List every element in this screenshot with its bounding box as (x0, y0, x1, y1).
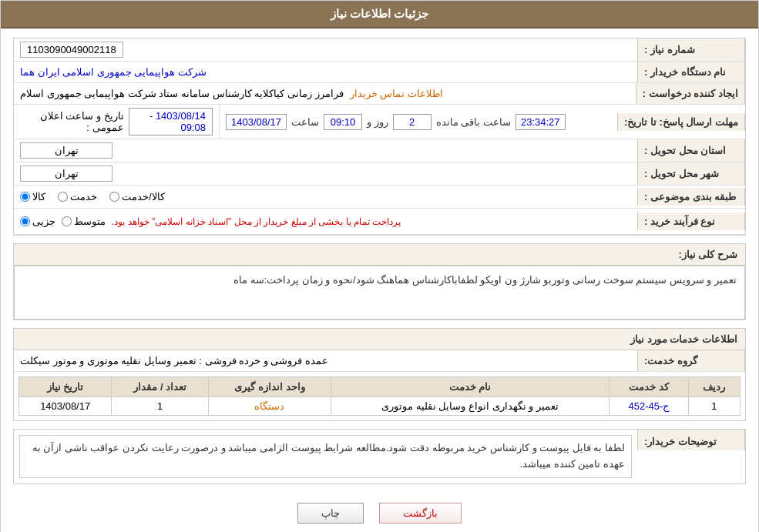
creator-value-cell: اطلاعات تماس خریدار فرامرز زمانی کیاکلای… (14, 83, 636, 104)
cell-quantity: 1 (112, 397, 209, 416)
service-group-value-cell: عمده فروشی و خرده فروشی : تعمیر وسایل نق… (14, 350, 637, 371)
back-button[interactable]: بازگشت (379, 503, 462, 524)
city-value-cell: تهران (14, 162, 637, 185)
col-service-name: نام خدمت (331, 377, 609, 397)
creator-row: ایجاد کننده درخواست : اطلاعات تماس خریدا… (14, 83, 745, 105)
need-number-value-cell: 1103090049002118 (14, 38, 637, 61)
cell-unit: دستگاه (209, 397, 331, 416)
creator-value: فرامرز زمانی کیاکلایه کارشناس سامانه ستا… (20, 88, 344, 99)
buyer-org-row: نام دستگاه خریدار : شرکت هواپیمایی جمهور… (14, 62, 745, 83)
services-section-title: اطلاعات خدمات مورد نیاز (14, 329, 745, 350)
category-option3-label: کالا/خدمت (122, 191, 165, 202)
buyer-org-label: نام دستگاه خریدار : (637, 62, 745, 82)
province-label: استان محل تحویل : (637, 139, 745, 162)
service-group-label: گروه خدمت: (637, 350, 745, 371)
deadline-label: مهلت ارسال پاسخ: تا تاریخ: (617, 113, 745, 131)
page-title: جزئیات اطلاعات نیاز (1, 1, 758, 28)
cell-date: 1403/08/17 (19, 397, 112, 416)
col-service-code: کد خدمت (610, 377, 688, 397)
city-row: شهر محل تحویل : تهران (14, 162, 745, 186)
table-row: 1 ج-45-452 تعمیر و نگهداری انواع وسایل ن… (19, 397, 741, 416)
purchase-type-option2-item: متوسط (62, 216, 106, 227)
category-option1-label: کالا (32, 191, 45, 202)
buyer-org-value: شرکت هواپیمایی جمهوری اسلامی ایران هما (20, 66, 207, 78)
deadline-row: مهلت ارسال پاسخ: تا تاریخ: 23:34:27 ساعت… (14, 105, 745, 139)
category-option3-item: کالا/خدمت (109, 191, 165, 202)
need-number-value: 1103090049002118 (20, 42, 123, 58)
need-number-row: شماره نیاز : 1103090049002118 (14, 38, 745, 62)
cell-row-num: 1 (688, 397, 740, 416)
city-value: تهران (20, 166, 113, 182)
cell-service-name: تعمیر و نگهداری انواع وسایل نقلیه موتوری (331, 397, 609, 416)
category-option2-item: خدمت (58, 191, 97, 202)
services-section: اطلاعات خدمات مورد نیاز گروه خدمت: عمده … (13, 328, 746, 421)
need-description-section: شرح کلی نیاز: تعمیر و سرویس سیستم سوخت ر… (13, 243, 746, 320)
deadline-days-label: روز و (367, 116, 388, 128)
cell-service-code: ج-45-452 (610, 397, 688, 416)
main-info-section: شماره نیاز : 1103090049002118 نام دستگاه… (13, 38, 746, 236)
category-radio-area: کالا/خدمت خدمت کالا (14, 188, 637, 206)
purchase-type-option1-item: جزیی (20, 216, 55, 227)
buttons-area: بازگشت چاپ (13, 492, 746, 532)
service-group-row: گروه خدمت: عمده فروشی و خرده فروشی : تعم… (14, 350, 745, 372)
buyer-notes-label: توضیحات خریدار: (637, 430, 745, 450)
deadline-hours-label: ساعت باقی مانده (436, 116, 511, 128)
category-option2-label: خدمت (70, 191, 97, 202)
category-option2-radio[interactable] (58, 192, 68, 202)
deadline-time-label: ساعت (291, 116, 319, 128)
purchase-type-row: نوع فرآیند خرید : پرداخت تمام یا بخشی از… (14, 209, 745, 235)
col-unit: واحد اندازه گیری (209, 377, 331, 397)
city-label: شهر محل تحویل : (637, 162, 745, 185)
buyer-notes-value-cell: لطفا به فایل پیوست و کارشناس خرید مربوطه… (14, 430, 637, 483)
buyer-org-value-cell: شرکت هواپیمایی جمهوری اسلامی ایران هما (14, 62, 637, 82)
col-row-num: ردیف (688, 377, 740, 397)
deadline-time-box: 09:10 (324, 114, 362, 130)
services-table-wrapper: ردیف کد خدمت نام خدمت واحد اندازه گیری ت… (14, 372, 745, 420)
category-label: طبقه بندی موضوعی : (637, 188, 745, 206)
need-description-title: شرح کلی نیاز: (14, 244, 745, 266)
buyer-notes-section: توضیحات خریدار: لطفا به فایل پیوست و کار… (13, 429, 746, 484)
purchase-type-option1-label: جزیی (32, 216, 55, 227)
announce-date-label: تاریخ و ساعت اعلان عمومی : (20, 110, 124, 133)
col-date: تاریخ نیاز (19, 377, 112, 397)
deadline-remaining-box: 23:34:27 (516, 114, 566, 130)
creator-label: ایجاد کننده درخواست : (636, 83, 745, 104)
buyer-notes-text: لطفا به فایل پیوست و کارشناس خرید مربوطه… (19, 435, 632, 478)
need-number-label: شماره نیاز : (637, 38, 745, 61)
table-header-row: ردیف کد خدمت نام خدمت واحد اندازه گیری ت… (19, 377, 741, 397)
print-button[interactable]: چاپ (297, 503, 364, 524)
category-option1-item: کالا (20, 191, 45, 202)
page-wrapper: جزئیات اطلاعات نیاز شماره نیاز : 1103090… (0, 0, 759, 532)
purchase-type-label: نوع فرآیند خرید : (637, 212, 745, 230)
purchase-type-option2-radio[interactable] (62, 216, 72, 226)
province-row: استان محل تحویل : تهران (14, 139, 745, 162)
category-option1-radio[interactable] (20, 192, 30, 202)
deadline-days-box: 2 (393, 114, 432, 130)
category-row: طبقه بندی موضوعی : کالا/خدمت خدمت کالا (14, 186, 745, 209)
announce-date-value: 1403/08/14 - 09:08 (129, 108, 213, 136)
province-value: تهران (20, 142, 113, 159)
col-quantity: تعداد / مقدار (112, 377, 209, 397)
purchase-type-area: پرداخت تمام یا بخشی از مبلغ خریدار از مح… (14, 212, 637, 230)
services-table: ردیف کد خدمت نام خدمت واحد اندازه گیری ت… (18, 376, 741, 416)
province-value-cell: تهران (14, 139, 637, 162)
buyer-notes-row: توضیحات خریدار: لطفا به فایل پیوست و کار… (14, 430, 745, 483)
deadline-date-box: 1403/08/17 (226, 114, 287, 130)
service-group-value: عمده فروشی و خرده فروشی : تعمیر وسایل نق… (20, 355, 328, 366)
purchase-type-option2-label: متوسط (74, 216, 106, 227)
category-option3-radio[interactable] (109, 192, 119, 202)
purchase-type-note: پرداخت تمام یا بخشی از مبلغ خریدار از مح… (112, 216, 401, 227)
main-content: شماره نیاز : 1103090049002118 نام دستگاه… (1, 28, 758, 532)
purchase-type-option1-radio[interactable] (20, 216, 30, 226)
contact-link[interactable]: اطلاعات تماس خریدار (350, 88, 443, 99)
need-description-text: تعمیر و سرویس سیستم سوخت رسانی وتوربو شا… (14, 266, 745, 320)
